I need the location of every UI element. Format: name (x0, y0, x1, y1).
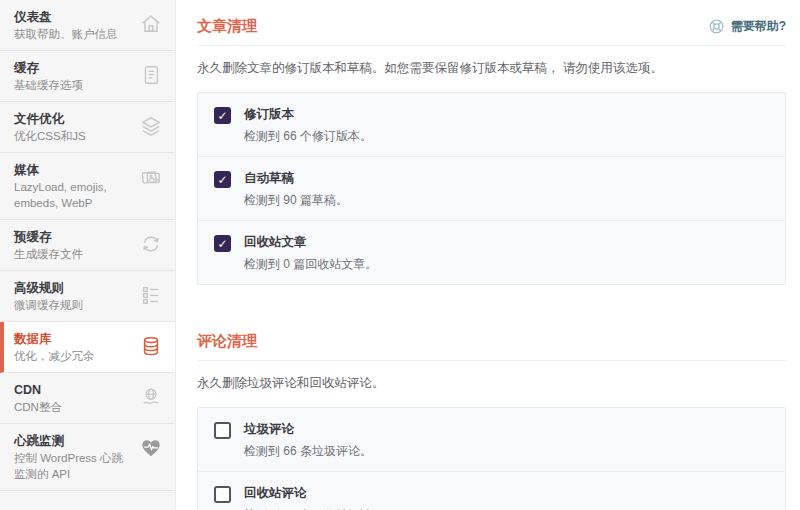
sidebar-item-title: 缓存 (14, 59, 133, 77)
database-settings-panel: 文章清理 需要帮助? 永久删除文章的修订版本和草稿。如您需要保留修订版本或草稿，… (177, 0, 800, 510)
sidebar-item-heartbeat[interactable]: 心跳监测 控制 WordPress 心跳监测的 API (0, 424, 175, 491)
sidebar-item-file-optimization[interactable]: 文件优化 优化CSS和JS (0, 102, 175, 153)
home-icon (139, 12, 163, 36)
sidebar-item-title: 媒体 (14, 161, 133, 179)
sidebar-item-subtitle: 生成缓存文件 (14, 246, 133, 262)
section-title: 文章清理 (197, 17, 257, 36)
sidebar-item-title: 预缓存 (14, 228, 133, 246)
sidebar-item-preload[interactable]: 预缓存 生成缓存文件 (0, 220, 175, 271)
sidebar-item-subtitle: 获取帮助、账户信息 (14, 26, 133, 42)
option-detail: 检测到 90 篇草稿。 (244, 193, 348, 208)
sidebar-item-title: CDN (14, 381, 133, 399)
section-header: 评论清理 (197, 315, 786, 361)
post-cleanup-section: 文章清理 需要帮助? 永久删除文章的修订版本和草稿。如您需要保留修订版本或草稿，… (197, 0, 786, 285)
layers-icon (139, 114, 163, 138)
option-label[interactable]: 回收站评论 (244, 485, 384, 502)
sidebar-item-subtitle: 基础缓存选项 (14, 77, 133, 93)
option-label[interactable]: 回收站文章 (244, 234, 377, 251)
sidebar-item-title: 数据库 (14, 330, 133, 348)
sidebar-item-subtitle: 优化，减少冗余 (14, 348, 133, 364)
sidebar-item-cache[interactable]: 缓存 基础缓存选项 (0, 51, 175, 102)
heartbeat-icon (139, 436, 163, 460)
post-cleanup-options: ✓ 修订版本 检测到 66 个修订版本。 ✓ 自动草稿 检测到 90 篇草稿。 … (197, 92, 786, 285)
sidebar-item-dashboard[interactable]: 仪表盘 获取帮助、账户信息 (0, 0, 175, 51)
section-header: 文章清理 需要帮助? (197, 0, 786, 46)
database-icon (139, 334, 163, 358)
option-detail: 检测到 66 个修订版本。 (244, 129, 372, 144)
comment-cleanup-section: 评论清理 永久删除垃圾评论和回收站评论。 ✓ 垃圾评论 检测到 66 条垃圾评论… (197, 315, 786, 510)
checklist-icon (139, 283, 163, 307)
option-label[interactable]: 垃圾评论 (244, 421, 372, 438)
revisions-checkbox[interactable]: ✓ (214, 107, 231, 124)
option-label[interactable]: 修订版本 (244, 106, 372, 123)
option-detail: 检测到 66 条垃圾评论。 (244, 444, 372, 459)
trashed-comments-checkbox[interactable]: ✓ (214, 486, 231, 503)
sidebar-item-subtitle: 微调缓存规则 (14, 297, 133, 313)
option-row-auto-drafts: ✓ 自动草稿 检测到 90 篇草稿。 (198, 157, 785, 221)
sidebar-item-subtitle: LazyLoad, emojis, embeds, WebP (14, 179, 133, 211)
option-row-trashed-posts: ✓ 回收站文章 检测到 0 篇回收站文章。 (198, 221, 785, 284)
need-help-link[interactable]: 需要帮助? (708, 18, 786, 35)
option-detail: 检测到 0 篇回收站文章。 (244, 257, 377, 272)
auto-drafts-checkbox[interactable]: ✓ (214, 171, 231, 188)
sidebar-item-title: 高级规则 (14, 279, 133, 297)
section-title: 评论清理 (197, 332, 257, 351)
section-description: 永久删除文章的修订版本和草稿。如您需要保留修订版本或草稿， 请勿使用该选项。 (197, 59, 786, 77)
comment-cleanup-options: ✓ 垃圾评论 检测到 66 条垃圾评论。 ✓ 回收站评论 检测到 18 条回收站… (197, 407, 786, 510)
option-row-revisions: ✓ 修订版本 检测到 66 个修订版本。 (198, 93, 785, 157)
settings-sidebar: 仪表盘 获取帮助、账户信息 缓存 基础缓存选项 文件优化 优化CSS和JS (0, 0, 176, 510)
sidebar-item-advanced-rules[interactable]: 高级规则 微调缓存规则 (0, 271, 175, 322)
file-icon (139, 63, 163, 87)
media-icon (139, 165, 163, 189)
sidebar-item-cdn[interactable]: CDN CDN整合 (0, 373, 175, 424)
trashed-posts-checkbox[interactable]: ✓ (214, 235, 231, 252)
sidebar-item-database[interactable]: 数据库 优化，减少冗余 (0, 322, 175, 373)
sidebar-item-subtitle: CDN整合 (14, 399, 133, 415)
sidebar-item-title: 心跳监测 (14, 432, 133, 450)
lifebuoy-icon (708, 18, 725, 35)
sidebar-item-media[interactable]: 媒体 LazyLoad, emojis, embeds, WebP (0, 153, 175, 220)
option-label[interactable]: 自动草稿 (244, 170, 348, 187)
cdn-icon (139, 385, 163, 409)
sidebar-item-subtitle: 控制 WordPress 心跳监测的 API (14, 450, 133, 482)
option-row-trashed-comments: ✓ 回收站评论 检测到 18 条回收站评论。 (198, 472, 785, 510)
option-row-spam-comments: ✓ 垃圾评论 检测到 66 条垃圾评论。 (198, 408, 785, 472)
need-help-label: 需要帮助? (731, 18, 786, 35)
spam-comments-checkbox[interactable]: ✓ (214, 422, 231, 439)
sidebar-item-title: 仪表盘 (14, 8, 133, 26)
section-description: 永久删除垃圾评论和回收站评论。 (197, 374, 786, 392)
refresh-icon (139, 232, 163, 256)
sidebar-item-title: 文件优化 (14, 110, 133, 128)
sidebar-item-subtitle: 优化CSS和JS (14, 128, 133, 144)
